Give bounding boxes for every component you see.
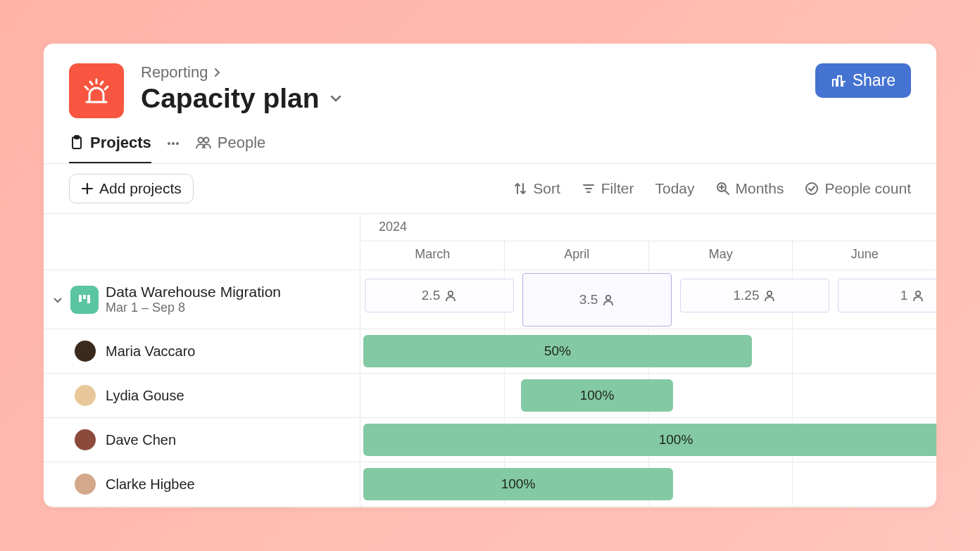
share-button[interactable]: Share	[815, 63, 911, 98]
header: Reporting Capacity plan Share	[44, 44, 936, 118]
allocation-row: 100%	[360, 374, 936, 418]
person-name: Maria Vaccaro	[106, 343, 195, 360]
left-column: Data Warehouse Migration Mar 1 – Sep 8 M…	[44, 214, 360, 507]
tab-projects-more[interactable]	[165, 136, 181, 161]
share-label: Share	[853, 71, 896, 90]
svg-point-15	[916, 291, 920, 296]
allocation-bar[interactable]: 100%	[363, 424, 936, 456]
zoom-button[interactable]: Months	[716, 180, 784, 197]
add-projects-label: Add projects	[99, 180, 182, 197]
board-icon	[77, 292, 92, 308]
filter-label: Filter	[601, 180, 634, 197]
person-row[interactable]: Lydia Gouse	[44, 374, 360, 418]
person-row[interactable]: Clarke Higbee	[44, 462, 360, 507]
zoom-icon	[716, 182, 730, 196]
svg-point-6	[203, 138, 208, 143]
summary-cell[interactable]: 1.25	[680, 279, 829, 312]
toolbar: Add projects Sort Filter Today Months Pe…	[44, 164, 936, 214]
tabs: Projects People	[44, 118, 936, 164]
allocation-row: 100%	[360, 462, 936, 507]
avatar	[75, 341, 96, 362]
plus-icon	[81, 182, 94, 195]
person-name: Clarke Higbee	[106, 476, 195, 493]
avatar	[75, 429, 96, 450]
tab-projects-label: Projects	[90, 134, 151, 152]
month-header: March	[360, 241, 504, 270]
svg-point-12	[448, 291, 453, 296]
summary-cell[interactable]: 2.5	[365, 279, 514, 312]
avatar	[75, 385, 96, 406]
sort-button[interactable]: Sort	[513, 180, 560, 197]
svg-point-3	[172, 142, 175, 145]
share-icon	[831, 73, 846, 89]
page-title: Capacity plan	[141, 83, 320, 114]
svg-point-8	[806, 183, 817, 194]
allocation-bar[interactable]: 50%	[363, 335, 752, 367]
title-block: Reporting Capacity plan	[141, 63, 815, 114]
breadcrumb-parent: Reporting	[141, 63, 208, 82]
title-dropdown[interactable]	[328, 91, 344, 106]
person-name: Dave Chen	[106, 432, 176, 448]
tab-people[interactable]: People	[195, 134, 266, 163]
sort-label: Sort	[533, 180, 560, 197]
breadcrumb[interactable]: Reporting	[141, 63, 815, 82]
filter-icon	[582, 182, 596, 196]
svg-rect-9	[79, 295, 82, 302]
chevron-down-icon	[328, 91, 344, 106]
svg-point-13	[606, 296, 610, 300]
filter-button[interactable]: Filter	[582, 180, 634, 197]
right-column: 2024 MarchAprilMayJune 2.53.51.251 50%10…	[360, 214, 936, 507]
today-button[interactable]: Today	[655, 180, 694, 197]
allocation-row: 50%	[360, 329, 936, 374]
timeline: Data Warehouse Migration Mar 1 – Sep 8 M…	[44, 214, 936, 507]
month-header: June	[792, 241, 936, 270]
project-row[interactable]: Data Warehouse Migration Mar 1 – Sep 8	[44, 270, 360, 329]
svg-point-14	[767, 291, 772, 296]
add-people-button[interactable]: Add people	[44, 507, 360, 507]
project-name: Data Warehouse Migration	[106, 284, 281, 300]
today-label: Today	[655, 180, 694, 197]
allocation-bar[interactable]: 100%	[363, 468, 673, 500]
clipboard-icon	[69, 135, 84, 151]
page-title-row: Capacity plan	[141, 83, 815, 114]
chevron-right-icon	[212, 68, 222, 77]
collapse-toggle[interactable]	[52, 294, 63, 305]
allocation-row: 100%	[360, 418, 936, 462]
svg-point-4	[176, 142, 179, 145]
people-count-button[interactable]: People count	[805, 180, 911, 197]
svg-point-5	[198, 138, 203, 143]
sort-icon	[513, 182, 527, 196]
summary-row: 2.53.51.251	[360, 270, 936, 329]
timeline-header: 2024 MarchAprilMayJune	[360, 214, 936, 270]
add-projects-button[interactable]: Add projects	[69, 174, 194, 203]
summary-cell[interactable]: 1	[838, 279, 936, 312]
person-row[interactable]: Dave Chen	[44, 418, 360, 462]
person-name: Lydia Gouse	[106, 388, 184, 404]
tab-projects[interactable]: Projects	[69, 134, 151, 163]
avatar	[75, 474, 96, 495]
app-window: Reporting Capacity plan Share Projects	[44, 44, 936, 507]
app-icon	[69, 63, 124, 118]
chevron-down-icon	[52, 294, 63, 305]
project-icon	[70, 286, 99, 314]
summary-cell[interactable]: 3.5	[522, 273, 672, 327]
zoom-label: Months	[736, 180, 784, 197]
svg-rect-10	[83, 295, 86, 299]
person-row[interactable]: Maria Vaccaro	[44, 329, 360, 374]
people-icon	[195, 135, 212, 151]
svg-rect-11	[87, 295, 90, 303]
year-label: 2024	[360, 214, 936, 241]
tab-people-label: People	[218, 134, 266, 152]
check-circle-icon	[805, 182, 819, 196]
svg-point-2	[168, 142, 170, 145]
people-count-label: People count	[824, 180, 911, 197]
allocation-bar[interactable]: 100%	[521, 379, 673, 412]
month-header: April	[504, 241, 648, 270]
month-header: May	[648, 241, 793, 270]
project-dates: Mar 1 – Sep 8	[106, 300, 281, 315]
alert-icon	[80, 74, 113, 108]
more-icon	[165, 136, 181, 151]
